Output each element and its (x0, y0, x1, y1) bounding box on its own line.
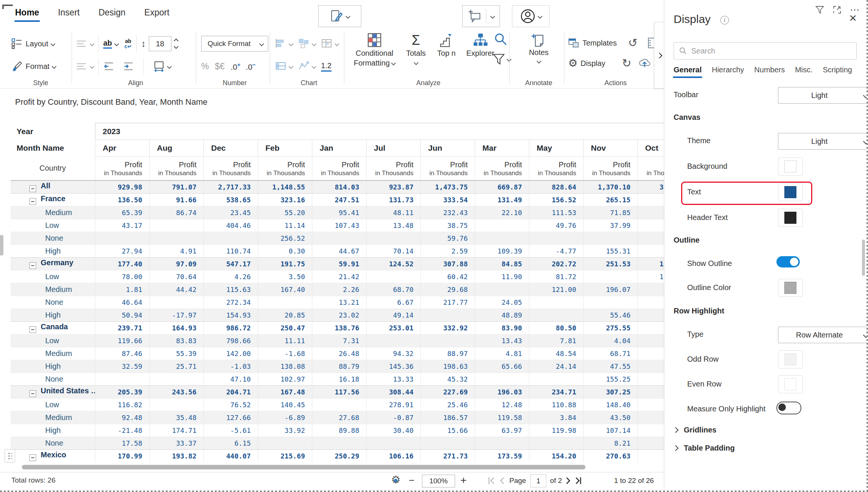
value-cell[interactable]: 243.56 (149, 385, 203, 398)
value-cell[interactable] (529, 232, 583, 244)
row-label[interactable]: Low (11, 219, 95, 232)
value-cell[interactable]: 170.99 (95, 449, 149, 462)
value-cell[interactable]: 94.32 (366, 347, 420, 360)
value-cell[interactable]: 3.50 (258, 270, 312, 283)
measure-header[interactable]: Profitin Thousands (366, 157, 420, 181)
value-cell[interactable]: 333.54 (420, 193, 475, 206)
value-cell[interactable] (529, 437, 583, 449)
value-cell[interactable]: 307.25 (583, 385, 637, 398)
value-cell[interactable]: 196.07 (583, 283, 637, 296)
value-cell[interactable]: 17.58 (95, 437, 149, 449)
value-cell[interactable]: 20.85 (258, 309, 312, 321)
value-cell[interactable]: 1,370.10 (583, 180, 637, 193)
value-cell[interactable]: 87.46 (95, 347, 149, 360)
measure-header[interactable]: Profitin Thousands (529, 157, 583, 181)
value-cell[interactable]: 55.46 (583, 309, 637, 321)
value-cell[interactable]: 2,717.33 (203, 180, 258, 193)
increase-decimal-button[interactable]: .0+ (231, 61, 240, 72)
month-header-jul[interactable]: Jul (366, 140, 420, 157)
value-cell[interactable]: 538.65 (203, 193, 258, 206)
value-cell[interactable]: 198.63 (420, 360, 475, 373)
row-label[interactable]: Medium (11, 347, 95, 360)
value-cell[interactable]: 270.63 (583, 449, 637, 462)
value-cell[interactable] (529, 296, 583, 309)
year-value[interactable]: 2023 (95, 123, 664, 140)
value-cell[interactable]: 186.57 (420, 411, 475, 424)
value-cell[interactable]: 89.88 (312, 424, 366, 437)
row-label[interactable]: France (11, 193, 95, 206)
value-cell[interactable] (583, 232, 637, 244)
value-cell[interactable]: 127.66 (203, 411, 258, 424)
value-cell[interactable]: 2.26 (312, 283, 366, 296)
value-cell[interactable]: 156.52 (529, 193, 583, 206)
month-header-apr[interactable]: Apr (95, 140, 149, 157)
country-label[interactable]: Country (11, 157, 95, 181)
value-cell[interactable]: 107.43 (312, 219, 366, 232)
table-padding-expander[interactable]: Table Padding (674, 444, 735, 452)
upload-icon[interactable] (639, 58, 650, 69)
value-cell[interactable]: 6.67 (366, 296, 420, 309)
visual-drag-handle[interactable] (5, 449, 15, 463)
value-cell[interactable]: 86.74 (149, 206, 203, 219)
value-cell[interactable]: 1, (637, 270, 664, 283)
value-cell[interactable]: 88.79 (312, 360, 366, 373)
value-cell[interactable]: 49.14 (366, 309, 420, 321)
value-cell[interactable]: 88.97 (420, 347, 475, 360)
value-cell[interactable] (475, 283, 529, 296)
value-cell[interactable]: 116.82 (95, 398, 149, 411)
outline-color-swatch[interactable] (778, 279, 803, 297)
row-label[interactable]: High (11, 424, 95, 437)
toolbar-dropdown[interactable]: Light (778, 87, 868, 104)
value-cell[interactable] (637, 321, 664, 334)
value-cell[interactable]: 111.53 (529, 206, 583, 219)
conditional-formatting-button[interactable]: Conditional Formatting (350, 32, 399, 68)
value-cell[interactable] (637, 219, 664, 232)
month-header-dec[interactable]: Dec (203, 140, 258, 157)
value-cell[interactable]: 13.21 (312, 296, 366, 309)
value-cell[interactable]: 307.88 (420, 257, 475, 270)
value-cell[interactable]: 12.48 (475, 398, 529, 411)
year-label[interactable]: Year (11, 123, 95, 140)
value-cell[interactable]: 22.10 (475, 206, 529, 219)
value-cell[interactable]: 11.90 (475, 270, 529, 283)
value-cell[interactable]: 6.15 (203, 437, 258, 449)
value-cell[interactable]: 106.16 (366, 449, 420, 462)
value-cell[interactable] (637, 206, 664, 219)
value-cell[interactable]: 119.58 (475, 411, 529, 424)
value-cell[interactable]: -1.03 (203, 360, 258, 373)
row-label[interactable]: Medium (11, 411, 95, 424)
value-cell[interactable]: 205.39 (95, 385, 149, 398)
borders-button[interactable] (153, 61, 171, 72)
month-header-jan[interactable]: Jan (312, 140, 366, 157)
value-cell[interactable] (637, 385, 664, 398)
decrease-indent-button[interactable] (103, 61, 115, 72)
value-cell[interactable]: 119.98 (529, 424, 583, 437)
value-cell[interactable]: 215.69 (258, 449, 312, 462)
filter-icon[interactable] (815, 5, 824, 14)
matrix-visual-button[interactable] (275, 61, 293, 72)
top-n-button[interactable]: Top n (432, 32, 461, 58)
value-cell[interactable]: 265.15 (583, 193, 637, 206)
measure-header[interactable]: Profitin Thousands (95, 157, 149, 181)
value-cell[interactable]: 110.88 (529, 398, 583, 411)
value-cell[interactable] (637, 296, 664, 309)
value-cell[interactable]: 11.11 (258, 334, 312, 347)
value-cell[interactable]: 115.63 (203, 283, 258, 296)
value-cell[interactable]: 929.98 (95, 180, 149, 193)
value-cell[interactable]: 23.02 (312, 309, 366, 321)
value-cell[interactable]: -0.87 (366, 411, 420, 424)
tab-insert[interactable]: Insert (58, 8, 80, 18)
value-cell[interactable]: 26.48 (312, 347, 366, 360)
value-cell[interactable]: 24.14 (529, 360, 583, 373)
value-cell[interactable]: 45.32 (420, 373, 475, 385)
value-cell[interactable]: 91.66 (149, 193, 203, 206)
horizontal-scrollbar[interactable] (22, 465, 585, 469)
value-cell[interactable]: 986.72 (203, 321, 258, 334)
text-overflow-button[interactable]: ab (103, 39, 118, 49)
number-format-example-button[interactable]: 1.2 (321, 61, 332, 72)
value-cell[interactable]: 131.49 (475, 193, 529, 206)
value-cell[interactable] (637, 347, 664, 360)
value-cell[interactable] (637, 398, 664, 411)
value-cell[interactable] (95, 232, 149, 244)
value-cell[interactable]: 1,473.75 (420, 180, 475, 193)
